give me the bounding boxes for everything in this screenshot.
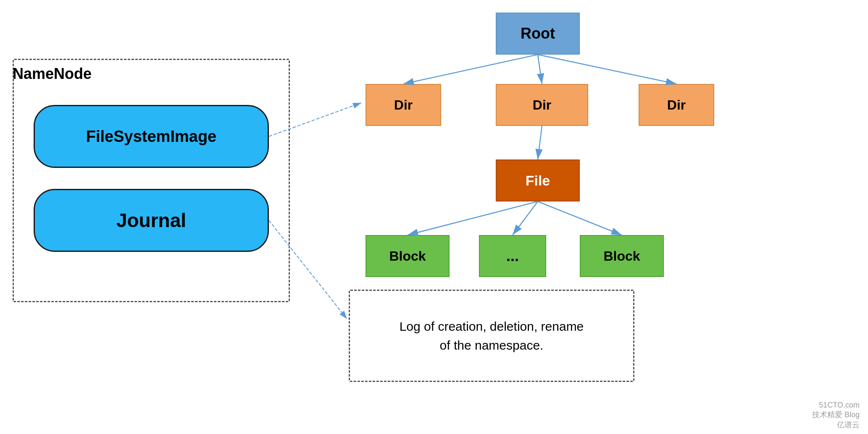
fsi-label: FileSystemImage — [86, 128, 216, 146]
svg-line-5 — [408, 201, 538, 235]
dir-node-right: Dir — [639, 84, 714, 126]
namenode-label: NameNode — [13, 65, 92, 83]
log-description-box: Log of creation, deletion, renameof the … — [349, 290, 634, 382]
svg-line-3 — [538, 55, 676, 84]
log-text: Log of creation, deletion, renameof the … — [400, 317, 584, 355]
svg-line-2 — [538, 55, 542, 84]
svg-line-6 — [513, 201, 538, 235]
root-node: Root — [496, 13, 580, 55]
diagram-container: NameNode FileSystemImage Journal Log of … — [0, 0, 868, 434]
block-node-right: Block — [580, 235, 664, 277]
block-node-left: Block — [366, 235, 450, 277]
journal-label: Journal — [116, 209, 186, 232]
svg-line-1 — [403, 55, 538, 84]
svg-line-7 — [538, 201, 622, 235]
journal-box: Journal — [34, 189, 269, 252]
block-node-dots: ... — [479, 235, 546, 277]
svg-line-4 — [538, 126, 542, 159]
file-node: File — [496, 159, 580, 201]
dir-node-center: Dir — [496, 84, 588, 126]
dir-node-left: Dir — [366, 84, 441, 126]
fsi-box: FileSystemImage — [34, 105, 269, 168]
watermark: 51CTO.com 技术精爱 Blog 亿谱云 — [812, 401, 860, 430]
namenode-box — [13, 59, 290, 302]
